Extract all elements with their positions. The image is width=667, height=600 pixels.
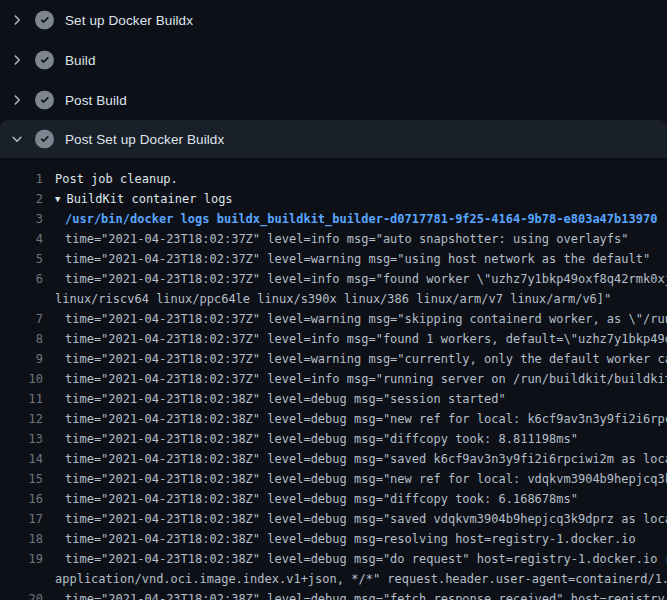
log-line: 20 time="2021-04-23T18:02:38Z" level=deb… (0, 589, 667, 600)
log-line-text: time="2021-04-23T18:02:37Z" level=warnin… (65, 249, 650, 269)
log-line-number[interactable]: 14 (0, 449, 43, 469)
log-line-text: time="2021-04-23T18:02:38Z" level=debug … (65, 509, 667, 529)
log-line: 17 time="2021-04-23T18:02:38Z" level=deb… (0, 509, 667, 529)
log-line-number[interactable]: 20 (0, 589, 43, 600)
log-line: 11 time="2021-04-23T18:02:38Z" level=deb… (0, 389, 667, 409)
log-line-text: Post job cleanup. (55, 169, 178, 189)
log-line: 8 time="2021-04-23T18:02:37Z" level=info… (0, 329, 667, 349)
log-line-number[interactable]: 18 (0, 529, 43, 549)
log-line-number[interactable]: 16 (0, 489, 43, 509)
group-collapse-arrow-icon[interactable]: ▼ (55, 194, 60, 204)
log-line: 4 time="2021-04-23T18:02:37Z" level=info… (0, 229, 667, 249)
log-line-text: time="2021-04-23T18:02:38Z" level=debug … (65, 409, 667, 429)
log-line: 13 time="2021-04-23T18:02:38Z" level=deb… (0, 429, 667, 449)
chevron-right-icon (9, 12, 25, 28)
log-line-number[interactable]: 2 (0, 189, 43, 209)
log-line-text: time="2021-04-23T18:02:37Z" level=warnin… (65, 309, 667, 329)
log-line-text: time="2021-04-23T18:02:38Z" level=debug … (65, 529, 636, 549)
log-line-text: time="2021-04-23T18:02:37Z" level=info m… (65, 229, 629, 249)
log-line-text: time="2021-04-23T18:02:38Z" level=debug … (65, 549, 667, 569)
group-header-label: BuildKit container logs (66, 192, 232, 206)
check-circle-icon (35, 51, 54, 70)
log-line-number[interactable]: 6 (0, 269, 43, 289)
log-line: linux/riscv64 linux/ppc64le linux/s390x … (0, 289, 667, 309)
check-circle-icon (35, 11, 54, 30)
log-line-number[interactable]: 11 (0, 389, 43, 409)
log-line-text: time="2021-04-23T18:02:37Z" level=info m… (65, 369, 667, 389)
log-line: 16 time="2021-04-23T18:02:38Z" level=deb… (0, 489, 667, 509)
log-line-text: time="2021-04-23T18:02:38Z" level=debug … (65, 489, 578, 509)
check-circle-icon (35, 130, 54, 149)
log-line: 2 ▼BuildKit container logs (0, 189, 667, 209)
log-line: 19 time="2021-04-23T18:02:38Z" level=deb… (0, 549, 667, 569)
log-line-number[interactable]: 8 (0, 329, 43, 349)
log-line: 15 time="2021-04-23T18:02:38Z" level=deb… (0, 469, 667, 489)
log-line-number[interactable]: 7 (0, 309, 43, 329)
log-line-text: linux/riscv64 linux/ppc64le linux/s390x … (55, 289, 611, 309)
log-line-text: application/vnd.oci.image.index.v1+json,… (55, 569, 667, 589)
step-row-1[interactable]: Build (0, 40, 667, 80)
log-line: 1 Post job cleanup. (0, 169, 667, 189)
step-row-2[interactable]: Post Build (0, 80, 667, 120)
step-row-3[interactable]: Post Set up Docker Buildx (0, 120, 667, 158)
log-line-number[interactable]: 17 (0, 509, 43, 529)
log-line: 14 time="2021-04-23T18:02:38Z" level=deb… (0, 449, 667, 469)
chevron-right-icon (9, 92, 25, 108)
log-line-number[interactable]: 3 (0, 209, 43, 229)
step-label: Post Set up Docker Buildx (65, 132, 224, 147)
step-row-0[interactable]: Set up Docker Buildx (0, 0, 667, 40)
steps-list: Set up Docker Buildx Build P (0, 0, 667, 158)
step-label: Post Build (65, 93, 127, 108)
log-line-text: time="2021-04-23T18:02:38Z" level=debug … (65, 589, 667, 600)
chevron-down-icon (9, 131, 25, 147)
step-label: Set up Docker Buildx (65, 13, 193, 28)
log-line: 10 time="2021-04-23T18:02:37Z" level=inf… (0, 369, 667, 389)
log-line-number[interactable]: 9 (0, 349, 43, 369)
log-line-text: time="2021-04-23T18:02:37Z" level=info m… (65, 269, 667, 289)
log-line-number[interactable]: 1 (0, 169, 43, 189)
log-line-text: time="2021-04-23T18:02:37Z" level=warnin… (65, 349, 667, 369)
log-line-text: time="2021-04-23T18:02:38Z" level=debug … (65, 469, 667, 489)
log-line-number[interactable]: 5 (0, 249, 43, 269)
chevron-right-icon (9, 52, 25, 68)
log-line-number[interactable]: 15 (0, 469, 43, 489)
actions-job-log-panel: Set up Docker Buildx Build P (0, 0, 667, 600)
log-line-number[interactable]: 19 (0, 549, 43, 569)
log-line-text[interactable]: ▼BuildKit container logs (55, 189, 233, 209)
log-line: 5 time="2021-04-23T18:02:37Z" level=warn… (0, 249, 667, 269)
log-line-number[interactable]: 12 (0, 409, 43, 429)
log-line-text: time="2021-04-23T18:02:38Z" level=debug … (65, 449, 667, 469)
log-line: 3 /usr/bin/docker logs buildx_buildkit_b… (0, 209, 667, 229)
log-line-number[interactable]: 4 (0, 229, 43, 249)
log-line: 9 time="2021-04-23T18:02:37Z" level=warn… (0, 349, 667, 369)
log-area: 1 Post job cleanup. 2 ▼BuildKit containe… (0, 158, 667, 600)
log-line: 18 time="2021-04-23T18:02:38Z" level=deb… (0, 529, 667, 549)
log-line: application/vnd.oci.image.index.v1+json,… (0, 569, 667, 589)
check-circle-icon (35, 91, 54, 110)
log-line-text: time="2021-04-23T18:02:38Z" level=debug … (65, 389, 506, 409)
log-line-text: time="2021-04-23T18:02:37Z" level=info m… (65, 329, 667, 349)
log-line: 12 time="2021-04-23T18:02:38Z" level=deb… (0, 409, 667, 429)
log-line: 6 time="2021-04-23T18:02:37Z" level=info… (0, 269, 667, 289)
log-line-number[interactable]: 13 (0, 429, 43, 449)
log-line-text: /usr/bin/docker logs buildx_buildkit_bui… (65, 209, 657, 229)
log-line-number[interactable]: 10 (0, 369, 43, 389)
log-line-text: time="2021-04-23T18:02:38Z" level=debug … (65, 429, 578, 449)
step-label: Build (65, 53, 96, 68)
log-line: 7 time="2021-04-23T18:02:37Z" level=warn… (0, 309, 667, 329)
